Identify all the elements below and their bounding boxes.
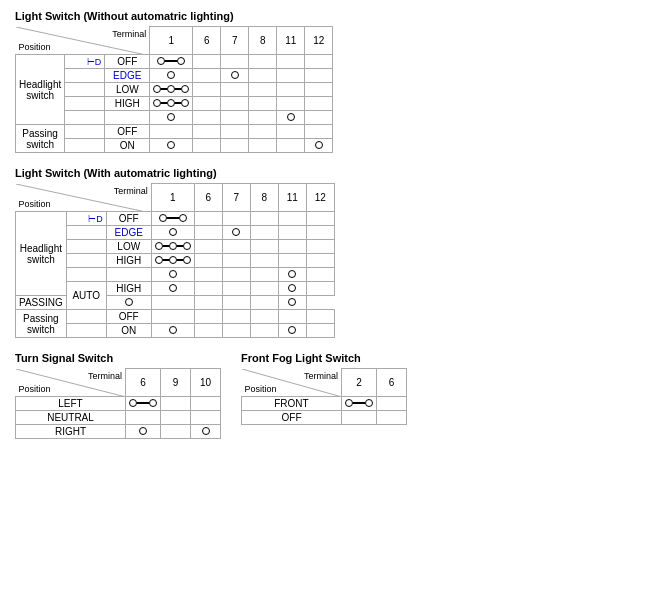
term-ts-9: 9 — [161, 369, 191, 397]
empty-cell — [250, 226, 278, 240]
term-ts-6: 6 — [126, 369, 161, 397]
circuit-on-start — [167, 141, 175, 149]
empty-cell — [306, 226, 334, 240]
terminal-label-2: Terminal — [114, 186, 148, 196]
term-2-7: 7 — [222, 184, 250, 212]
empty-cell — [65, 97, 105, 111]
empty-cell — [66, 310, 106, 324]
empty-cell — [305, 125, 333, 139]
circuit-left — [129, 399, 157, 407]
table-row: Passingswitch OFF — [16, 310, 335, 324]
circuit-cell — [151, 226, 194, 240]
circuit-passing-on-start — [169, 326, 177, 334]
term-2-12: 12 — [306, 184, 334, 212]
empty-cell — [65, 83, 105, 97]
empty-cell — [161, 425, 191, 439]
empty-cell — [250, 324, 278, 338]
terminal-label-4: Terminal — [304, 371, 338, 381]
empty-cell — [250, 282, 278, 296]
empty-cell — [221, 139, 249, 153]
table-row: Passingswitch OFF — [16, 125, 333, 139]
circuit-edge-2-start — [169, 228, 177, 236]
empty-cell — [161, 397, 191, 411]
table-row: Headlightswitch ⊢D OFF — [16, 55, 333, 69]
group-headlight-2: Headlightswitch — [16, 212, 67, 296]
empty-cell — [65, 125, 105, 139]
pos-left: LEFT — [16, 397, 126, 411]
circuit-cell — [150, 111, 193, 125]
pos-auto-high: HIGH — [106, 282, 151, 296]
empty-cell — [221, 125, 249, 139]
circuit-high-2 — [155, 256, 191, 264]
front-fog-section: Front Fog Light Switch Terminal Position… — [241, 352, 407, 439]
circuit-cell — [151, 212, 194, 226]
circuit-cell-7-2 — [222, 226, 250, 240]
empty-cell — [151, 310, 194, 324]
empty-cell — [222, 310, 250, 324]
circuit-cell — [150, 97, 193, 111]
circuit-passing-on-end — [288, 326, 296, 334]
pos-front: FRONT — [242, 397, 342, 411]
turn-signal-section: Turn Signal Switch Terminal Position 6 9… — [15, 352, 221, 439]
empty-cell — [150, 125, 193, 139]
empty-cell — [222, 268, 250, 282]
circuit-cell — [150, 69, 193, 83]
circuit-cell — [342, 397, 377, 411]
empty-cell — [306, 282, 334, 296]
circuit-high — [153, 99, 189, 107]
circuit-cell-11-4 — [278, 324, 306, 338]
empty-cell — [250, 254, 278, 268]
empty-cell — [249, 55, 277, 69]
empty-cell — [277, 83, 305, 97]
empty-cell — [66, 240, 106, 254]
empty-cell — [249, 111, 277, 125]
empty-cell — [306, 268, 334, 282]
circuit-low — [153, 85, 189, 93]
empty-cell — [250, 240, 278, 254]
circuit-cell — [150, 55, 193, 69]
empty-cell — [66, 268, 106, 282]
circuit-auto-passing-end — [288, 298, 296, 306]
circuit-right-start — [139, 427, 147, 435]
circuit-cell-11-3 — [278, 282, 306, 296]
term-2-11: 11 — [278, 184, 306, 212]
light-switch-with-section: Light Switch (With automatric lighting) … — [15, 167, 643, 338]
table-light-with: Terminal Position 1 6 7 8 11 12 Headligh… — [15, 183, 335, 338]
circuit-cell — [151, 254, 194, 268]
term-ff-6: 6 — [377, 369, 407, 397]
empty-cell — [306, 212, 334, 226]
title-front-fog: Front Fog Light Switch — [241, 352, 407, 364]
empty-cell — [250, 296, 278, 310]
switch-icon-cell-2: ⊢D — [66, 212, 106, 226]
circuit-cell — [150, 139, 193, 153]
empty-cell — [305, 69, 333, 83]
pos-off-2: OFF — [106, 212, 151, 226]
circuit-cell-12-2 — [278, 296, 306, 310]
table-turn-signal: Terminal Position 6 9 10 LEFT — [15, 368, 221, 439]
empty-cell — [222, 324, 250, 338]
bottom-sections: Turn Signal Switch Terminal Position 6 9… — [15, 352, 643, 439]
circuit-cell — [126, 425, 161, 439]
circuit-cell-11-2 — [278, 268, 306, 282]
table-light-without: Terminal Position 1 6 7 8 11 12 Headligh… — [15, 26, 333, 153]
title-light-with: Light Switch (With automatric lighting) — [15, 167, 643, 179]
empty-cell — [65, 69, 105, 83]
switch-icon-cell: ⊢D — [65, 55, 105, 69]
empty-cell — [221, 55, 249, 69]
empty-cell — [66, 324, 106, 338]
pos-right: RIGHT — [16, 425, 126, 439]
circuit-edge-2-end — [232, 228, 240, 236]
empty-cell — [194, 282, 222, 296]
circuit-cell — [106, 296, 151, 310]
pos-low-2: LOW — [106, 240, 151, 254]
circuit-front — [345, 399, 373, 407]
term-1-6: 6 — [193, 27, 221, 55]
circuit-on-end — [315, 141, 323, 149]
empty-cell — [222, 240, 250, 254]
empty-cell — [194, 254, 222, 268]
empty-cell — [278, 254, 306, 268]
empty-cell — [278, 226, 306, 240]
empty-cell — [305, 83, 333, 97]
empty-cell — [249, 139, 277, 153]
empty-cell — [306, 254, 334, 268]
